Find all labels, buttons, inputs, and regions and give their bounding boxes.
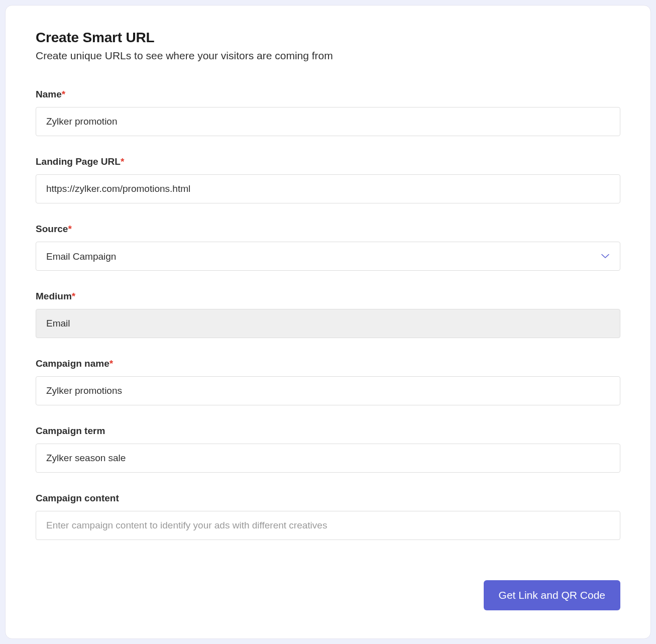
required-marker: * — [62, 89, 65, 99]
campaign-content-label: Campaign content — [36, 493, 620, 504]
create-smart-url-card: Create Smart URL Create unique URLs to s… — [5, 5, 651, 639]
name-label: Name* — [36, 89, 620, 100]
campaign-term-input[interactable] — [36, 444, 620, 473]
get-link-button[interactable]: Get Link and QR Code — [484, 580, 620, 610]
medium-label: Medium* — [36, 291, 620, 302]
page-title: Create Smart URL — [36, 30, 620, 46]
name-input[interactable] — [36, 107, 620, 136]
source-select-wrap: Email Campaign — [36, 242, 620, 271]
landing-url-input[interactable] — [36, 174, 620, 203]
page-subtitle: Create unique URLs to see where your vis… — [36, 50, 620, 62]
field-landing-url: Landing Page URL* — [36, 156, 620, 203]
medium-readonly: Email — [36, 309, 620, 338]
field-name: Name* — [36, 89, 620, 136]
required-marker: * — [121, 156, 124, 167]
landing-url-label-text: Landing Page URL — [36, 156, 121, 167]
campaign-content-input[interactable] — [36, 511, 620, 540]
campaign-name-label-text: Campaign name — [36, 358, 110, 369]
required-marker: * — [110, 358, 113, 369]
campaign-name-label: Campaign name* — [36, 358, 620, 369]
required-marker: * — [72, 291, 75, 301]
source-select[interactable]: Email Campaign — [36, 242, 620, 271]
field-source: Source* Email Campaign — [36, 224, 620, 271]
source-label-text: Source — [36, 224, 68, 234]
name-label-text: Name — [36, 89, 62, 99]
landing-url-label: Landing Page URL* — [36, 156, 620, 167]
field-campaign-term: Campaign term — [36, 425, 620, 473]
campaign-name-input[interactable] — [36, 376, 620, 405]
campaign-term-label: Campaign term — [36, 425, 620, 437]
medium-label-text: Medium — [36, 291, 72, 301]
source-label: Source* — [36, 224, 620, 235]
required-marker: * — [68, 224, 71, 234]
field-campaign-content: Campaign content — [36, 493, 620, 540]
field-medium: Medium* Email — [36, 291, 620, 338]
field-campaign-name: Campaign name* — [36, 358, 620, 405]
